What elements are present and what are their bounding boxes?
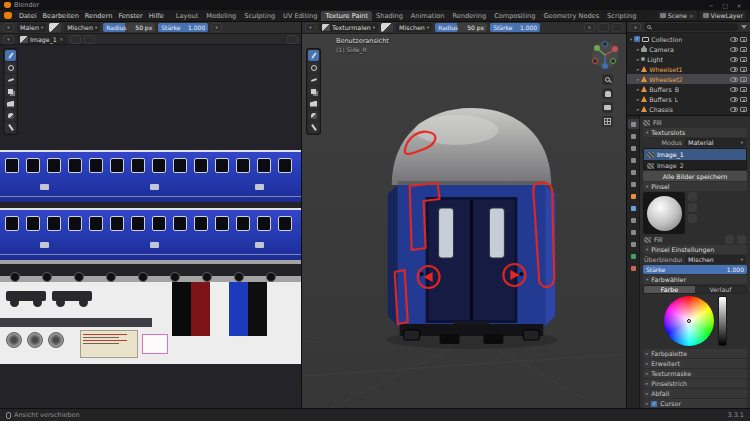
- workspace-tab-animation[interactable]: Animation: [407, 11, 449, 21]
- expand-icon[interactable]: ▸: [637, 87, 639, 92]
- outliner-row-buffers-b[interactable]: ▸Buffers_B: [627, 84, 750, 94]
- hide-viewport-toggle[interactable]: [730, 87, 738, 92]
- brush-option-button[interactable]: [688, 203, 697, 212]
- filter-icon[interactable]: [741, 25, 747, 29]
- workspace-tab-shading[interactable]: Shading: [372, 11, 407, 21]
- expand-icon[interactable]: ▸: [637, 57, 639, 62]
- brush-option-button[interactable]: [688, 214, 697, 223]
- workspace-tab-compositing[interactable]: Compositing: [490, 11, 539, 21]
- radius-slider[interactable]: Radius 50 px: [435, 23, 487, 32]
- properties-tab-output[interactable]: [628, 143, 639, 153]
- outliner-row-chassis[interactable]: ▸Chassis: [627, 104, 750, 114]
- properties-tab-modifiers[interactable]: [628, 203, 639, 213]
- expand-icon[interactable]: ▸: [637, 67, 639, 72]
- disable-render-toggle[interactable]: [740, 97, 747, 102]
- menu-rendern[interactable]: Rendern: [82, 12, 116, 20]
- advanced-popover[interactable]: ▾: [211, 23, 222, 32]
- properties-tab-render[interactable]: [628, 131, 639, 141]
- overlays-popover[interactable]: [612, 23, 623, 32]
- outliner-row-light[interactable]: ▸Light: [627, 54, 750, 64]
- outliner-row-wheelset2[interactable]: ▸Wheelset2: [627, 74, 750, 84]
- brush-settings-panel-header[interactable]: ▾ Pinsel Einstellungen: [643, 245, 747, 254]
- texture-image[interactable]: [0, 150, 301, 364]
- strength-slider[interactable]: Stärke 1.000: [158, 23, 208, 32]
- texture-slot-image-1[interactable]: Image_1: [644, 149, 746, 160]
- falloff-popover[interactable]: ▾: [584, 23, 595, 32]
- workspace-tab-sculpting[interactable]: Sculpting: [240, 11, 279, 21]
- value-slider[interactable]: [718, 296, 727, 346]
- fill-tool[interactable]: [308, 98, 319, 109]
- color-wheel[interactable]: [664, 296, 714, 346]
- brush-option-button[interactable]: [688, 192, 697, 201]
- disable-render-toggle[interactable]: [740, 67, 747, 72]
- menu-fenster[interactable]: Fenster: [115, 12, 145, 20]
- texture-slot-list[interactable]: Image_1Image_2: [643, 148, 747, 170]
- disable-render-toggle[interactable]: [740, 47, 747, 52]
- soften-tool[interactable]: [308, 62, 319, 73]
- panel-erweitert[interactable]: ▸Erweitert: [643, 359, 747, 368]
- properties-tab-object-data[interactable]: [628, 251, 639, 261]
- image-datablock[interactable]: Image_1 ×: [17, 35, 67, 44]
- expand-icon[interactable]: ▸: [637, 47, 639, 52]
- panel-pinselstrich[interactable]: ▸Pinselstrich: [643, 379, 747, 388]
- workspace-tab-geometry-nodes[interactable]: Geometry Nodes: [539, 11, 603, 21]
- properties-tab-material[interactable]: [628, 263, 639, 273]
- hide-viewport-toggle[interactable]: [730, 107, 738, 112]
- texture-slots-panel-header[interactable]: ▾ Texturslots: [643, 128, 747, 137]
- expand-icon[interactable]: ▸: [637, 97, 639, 102]
- mask-tool[interactable]: [5, 110, 16, 121]
- workspace-tab-texture-paint[interactable]: Texture Paint: [321, 11, 372, 21]
- annotate-tool[interactable]: [5, 122, 16, 133]
- disable-render-toggle[interactable]: [740, 37, 747, 42]
- scene-selector[interactable]: Scene ×: [657, 11, 697, 20]
- cursor-checkbox[interactable]: ✓: [651, 401, 657, 407]
- paint-mode-dropdown[interactable]: Malen▾: [17, 23, 46, 32]
- slots-mode-dropdown[interactable]: Material▾: [685, 138, 746, 147]
- pan-hand-icon[interactable]: [602, 88, 613, 99]
- new-image-button[interactable]: [70, 35, 81, 44]
- open-image-button[interactable]: [84, 35, 95, 44]
- panel-abfall[interactable]: ▸Abfall: [643, 389, 747, 398]
- navigation-gizmo[interactable]: [590, 40, 620, 70]
- blend-mode-dropdown[interactable]: Mischen▾: [64, 23, 100, 32]
- hide-viewport-toggle[interactable]: [730, 47, 738, 52]
- viewlayer-selector[interactable]: ViewLayer: [700, 11, 747, 20]
- outliner-row-collection[interactable]: ▾✓Collection: [627, 34, 750, 44]
- blend-mode-dropdown[interactable]: Mischen▾: [396, 23, 432, 32]
- properties-tab-particles[interactable]: [628, 215, 639, 225]
- unlink-scene-icon[interactable]: ×: [689, 13, 694, 19]
- hide-viewport-toggle[interactable]: [730, 97, 738, 102]
- draw-tool[interactable]: [5, 50, 16, 61]
- workspace-tab-rendering[interactable]: Rendering: [448, 11, 490, 21]
- hide-viewport-toggle[interactable]: [730, 77, 738, 82]
- properties-tab-constraints[interactable]: [628, 239, 639, 249]
- properties-tab-object[interactable]: [628, 191, 639, 201]
- soften-tool[interactable]: [5, 62, 16, 73]
- save-all-images-button[interactable]: Alle Bilder speichern: [643, 171, 747, 181]
- brush-datablock-chip[interactable]: [381, 23, 393, 32]
- texture-slot-image-2[interactable]: Image_2: [644, 160, 746, 170]
- symmetry-popover[interactable]: [598, 23, 609, 32]
- new-brush-button[interactable]: [737, 235, 746, 244]
- menu-hilfe[interactable]: Hilfe: [146, 12, 167, 20]
- ortho-toggle-icon[interactable]: [602, 116, 613, 127]
- clone-tool[interactable]: [308, 86, 319, 97]
- menu-datei[interactable]: Datei: [16, 12, 40, 20]
- editor-type-icon[interactable]: ▾: [3, 23, 14, 32]
- smear-tool[interactable]: [308, 74, 319, 85]
- expand-icon[interactable]: ▸: [637, 77, 639, 82]
- unlink-image-icon[interactable]: ×: [59, 36, 64, 42]
- maximize-button[interactable]: □: [718, 0, 732, 10]
- outliner-editor-icon[interactable]: ▾: [630, 23, 641, 32]
- annotate-tool[interactable]: [308, 122, 319, 133]
- camera-view-icon[interactable]: [602, 102, 613, 113]
- workspace-tab-scripting[interactable]: Scripting: [603, 11, 640, 21]
- fill-tool[interactable]: [5, 98, 16, 109]
- viewport-canvas[interactable]: Benutzeransicht (1) Side_R: [302, 34, 626, 408]
- color-picker-panel-header[interactable]: ▾ Farbwähler: [643, 275, 747, 284]
- strength-slider[interactable]: Stärke 1.000: [643, 265, 747, 274]
- radius-slider[interactable]: Radius 50 px: [103, 23, 155, 32]
- outliner-row-camera[interactable]: ▸Camera: [627, 44, 750, 54]
- interaction-mode-dropdown[interactable]: Texturmalen▾: [319, 23, 378, 32]
- properties-tab-world[interactable]: [628, 179, 639, 189]
